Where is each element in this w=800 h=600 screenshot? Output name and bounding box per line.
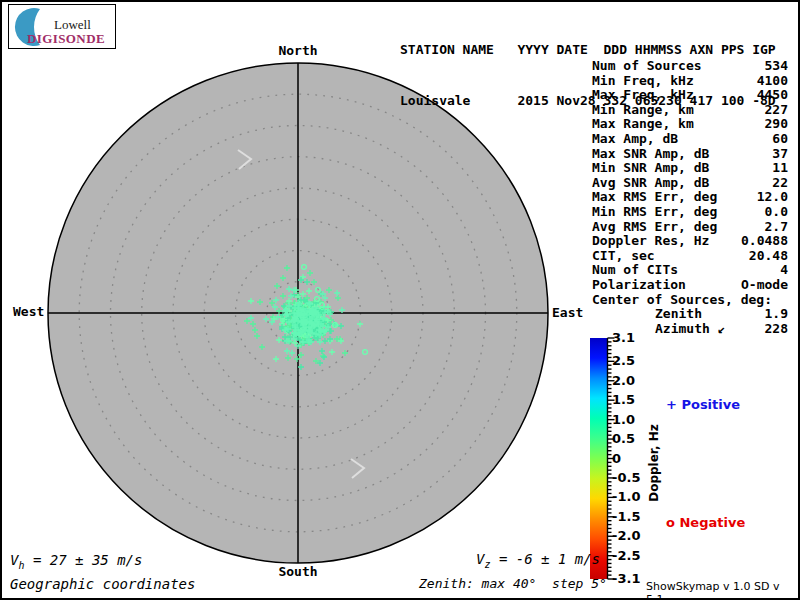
stat-label: Avg SNR Amp, dB <box>592 176 709 191</box>
stat-row: Min Freq, kHz4100 <box>592 74 788 89</box>
stat-value: 11 <box>772 161 788 176</box>
colorbar-tick-label: 1.5 <box>612 392 635 407</box>
stat-row: Min SNR Amp, dB11 <box>592 161 788 176</box>
stat-value: 290 <box>765 117 788 132</box>
compass-west: West <box>13 304 44 319</box>
stat-row: PolarizationO-mode <box>592 278 788 293</box>
stat-value: 37 <box>772 147 788 162</box>
stat-value: 12.0 <box>757 190 788 205</box>
stats-panel: Num of Sources534Min Freq, kHz4100Max Fr… <box>592 59 788 336</box>
colorbar-tick-label: 1.0 <box>612 412 635 427</box>
stat-label: Num of CITs <box>592 263 678 278</box>
stat-value: 22 <box>772 176 788 191</box>
stat-label: Max RMS Err, deg <box>592 190 717 205</box>
stat-row: Zenith1.9 <box>592 307 788 322</box>
stat-label: Max Freq, kHz <box>592 88 694 103</box>
stat-value: 60 <box>772 132 788 147</box>
stat-value: 20.48 <box>749 249 788 264</box>
stat-value: 2.7 <box>765 220 788 235</box>
stat-row: Center of Sources, deg: <box>592 293 788 308</box>
stat-value: 4100 <box>757 74 788 89</box>
stat-row: Num of Sources534 <box>592 59 788 74</box>
colorbar-tick-label: 2.5 <box>612 353 635 368</box>
stat-value: 0.0 <box>765 205 788 220</box>
stat-label: Num of Sources <box>592 59 702 74</box>
stat-value: 228 <box>765 322 788 337</box>
stat-label: Azimuth ↙ <box>655 322 725 337</box>
stat-label: Max Range, km <box>592 117 694 132</box>
digisonde-logo: Lowell DIGISONDE <box>8 4 116 49</box>
stat-value: 4450 <box>757 88 788 103</box>
colorbar-tick-label: 3.1 <box>612 330 635 345</box>
colorbar-tick-label: 2.0 <box>612 373 635 388</box>
stat-value: 0.0488 <box>741 234 788 249</box>
colorbar-tick-label: -2.5 <box>612 548 640 563</box>
stat-label: Min RMS Err, deg <box>592 205 717 220</box>
colorbar-tick-label: -2.0 <box>612 528 640 543</box>
header-columns: STATION NAME YYYY DATE DDD HHMMSS AXN PP… <box>400 41 776 58</box>
stat-row: Num of CITs4 <box>592 263 788 278</box>
stat-row: CIT, sec20.48 <box>592 249 788 264</box>
colorbar-tick-label: -0.5 <box>612 470 640 485</box>
stat-row: Max Range, km290 <box>592 117 788 132</box>
stat-value: O-mode <box>741 278 788 293</box>
stat-label: Polarization <box>592 278 686 293</box>
stat-row: Max Freq, kHz4450 <box>592 88 788 103</box>
stat-value: 1.9 <box>765 307 788 322</box>
vz-value: Vz = -6 ± 1 m/s <box>476 551 600 570</box>
stat-row: Avg SNR Amp, dB22 <box>592 176 788 191</box>
coordinates-note: Geographic coordinates <box>10 576 195 592</box>
version-text: ShowSkymap v 1.0 SD v 5.1 <box>646 580 800 600</box>
compass-south: South <box>278 564 317 579</box>
stat-row: Doppler Res, Hz0.0488 <box>592 234 788 249</box>
legend-positive: + Positive <box>666 397 740 412</box>
stat-row: Max RMS Err, deg12.0 <box>592 190 788 205</box>
stat-row: Max SNR Amp, dB37 <box>592 147 788 162</box>
stat-label: Max SNR Amp, dB <box>592 147 709 162</box>
compass-north: North <box>278 43 317 58</box>
logo-digisonde-text: DIGISONDE <box>27 31 105 47</box>
stat-label: Avg RMS Err, deg <box>592 220 717 235</box>
stat-label: Zenith <box>655 307 702 322</box>
vh-value: Vh = 27 ± 35 m/s <box>10 552 142 571</box>
stat-label: Min Freq, kHz <box>592 74 694 89</box>
stat-row: Min RMS Err, deg0.0 <box>592 205 788 220</box>
stat-label: Min SNR Amp, dB <box>592 161 709 176</box>
compass-east: East <box>552 305 583 320</box>
legend-negative: o Negative <box>666 515 745 530</box>
stat-label: Min Range, km <box>592 103 694 118</box>
colorbar-title: Doppler, Hz <box>647 424 661 502</box>
vh-text: = 27 ± 35 m/s <box>24 552 142 568</box>
colorbar-tick-label: -1.5 <box>612 509 640 524</box>
stat-row: Avg RMS Err, deg2.7 <box>592 220 788 235</box>
stat-label: CIT, sec <box>592 249 655 264</box>
stat-label: Doppler Res, Hz <box>592 234 709 249</box>
stat-value: 4 <box>780 263 788 278</box>
zenith-range-note: Zenith: max 40° step 5° <box>419 576 607 591</box>
stat-label: Center of Sources, deg: <box>592 293 772 308</box>
stat-value: 227 <box>765 103 788 118</box>
colorbar-tick-label: -3.1 <box>612 571 640 586</box>
colorbar-tick-label: 0 <box>612 451 621 466</box>
colorbar-tick-label: -1.0 <box>612 489 640 504</box>
colorbar-tick-label: 0.5 <box>612 431 635 446</box>
stat-label: Max Amp, dB <box>592 132 678 147</box>
stat-row: Min Range, km227 <box>592 103 788 118</box>
vz-text: = -6 ± 1 m/s <box>490 551 600 567</box>
stat-row: Max Amp, dB60 <box>592 132 788 147</box>
stat-value: 534 <box>765 59 788 74</box>
